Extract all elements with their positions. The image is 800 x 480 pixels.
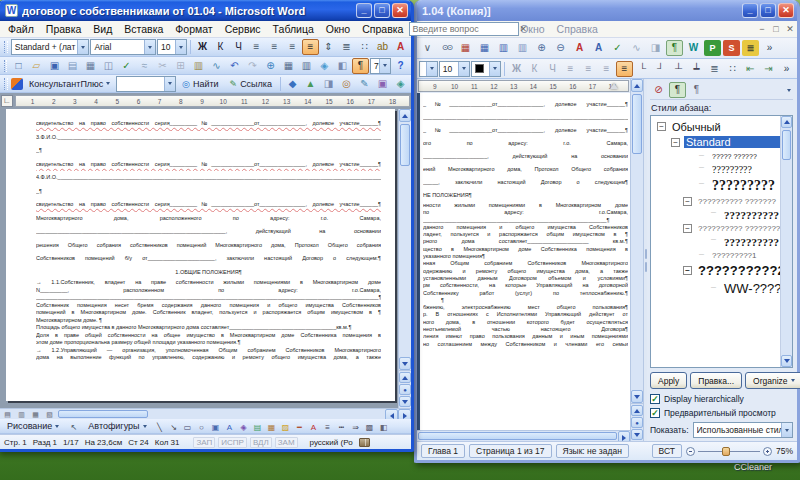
style-tree-item[interactable]: ─ ?????????1 [697, 249, 780, 261]
mdi-minimize-icon[interactable]: − [755, 24, 769, 34]
link-button[interactable]: ✎ Ссылка [225, 76, 277, 92]
scroll-up-icon[interactable] [399, 109, 411, 122]
numbering-button[interactable]: ≣ [338, 39, 355, 55]
status-chapter[interactable]: Глава 1 [421, 444, 465, 458]
status-flag[interactable]: ВДЛ [250, 437, 272, 448]
select-browse-object-icon[interactable]: ● [399, 384, 411, 395]
align-center-button[interactable]: ≡ [266, 39, 283, 55]
document-page[interactable]: свидетельство на право собственности сер… [6, 109, 395, 401]
scrollbar-thumb[interactable] [632, 94, 642, 154]
tree-expand-icon[interactable]: − [657, 122, 666, 131]
new-document-icon[interactable]: □ [10, 58, 27, 74]
status-page[interactable]: Страница 1 из 17 [469, 444, 551, 458]
toolbar-extra-icon-2[interactable]: ▲ [302, 76, 319, 92]
more-tools-icon[interactable]: » [761, 40, 778, 56]
increase-indent-icon[interactable]: ⇥ [760, 61, 777, 77]
threed-icon[interactable]: ◧ [377, 420, 391, 433]
style-tree-item[interactable]: ─ ?????????? ????????1 [709, 234, 780, 249]
show-marks-icon[interactable]: ¶ [352, 58, 369, 74]
textbox-icon[interactable]: ▣ [209, 420, 223, 433]
horizontal-scrollbar[interactable]: ▤ ▥ ▦ ▧ [0, 408, 411, 419]
style-tree-item[interactable]: ─ ????????? [697, 176, 780, 195]
toolbar-extra-icon-3[interactable]: ◨ [320, 76, 337, 92]
toolbar-grip[interactable] [4, 60, 7, 72]
insert-columns-icon[interactable]: ▥ [298, 58, 315, 74]
oval-icon[interactable]: ○ [195, 420, 209, 433]
align-right-button[interactable]: ≡ [598, 61, 615, 77]
style-tree-item[interactable]: ─ WW-????????? [709, 279, 780, 297]
cut-icon[interactable]: ✂ [154, 58, 171, 74]
select-browse-object-icon[interactable]: ● [631, 417, 643, 428]
dropdown-caret-icon[interactable] [175, 40, 186, 54]
zoom-out-icon[interactable]: ⊖ [552, 40, 569, 56]
tree-scrollbar[interactable] [780, 116, 792, 367]
direct-cursor-icon[interactable]: ◨ [647, 40, 664, 56]
horizontal-ruler[interactable]: 9101112131415161718 [418, 80, 629, 92]
tree-expand-icon[interactable]: − [683, 197, 692, 206]
browse-next-icon[interactable] [399, 396, 411, 407]
toolbar-extra-icon-6[interactable]: ▣ [374, 76, 391, 92]
dropdown-caret-icon[interactable] [458, 62, 469, 76]
consultant-menu-button[interactable]: КонсультантПлюс [24, 76, 115, 92]
font-combo[interactable] [419, 61, 438, 77]
font-combo[interactable]: Arial [90, 39, 156, 55]
line-color-icon[interactable]: ━ [293, 420, 307, 433]
character-dialog-icon[interactable]: A [590, 40, 607, 56]
margin-marker-icon[interactable] [610, 83, 618, 89]
browse-next-icon[interactable] [631, 429, 643, 440]
autospell-icon[interactable]: ∿ [628, 40, 645, 56]
align-left-button[interactable]: ≡ [248, 39, 265, 55]
tree-expand-icon[interactable]: − [683, 266, 692, 275]
dropdown-caret-icon[interactable] [489, 62, 500, 76]
format-painter-icon[interactable]: ∿ [208, 58, 225, 74]
toolbar-extra-icon-4[interactable]: ◎ [338, 76, 355, 92]
menu-item[interactable]: Формат [169, 22, 218, 36]
s-tool-icon[interactable]: S [723, 40, 740, 56]
italic-button[interactable]: К [212, 39, 229, 55]
toolbar-extra-icon-7[interactable]: ◈ [392, 76, 409, 92]
tab-selector[interactable]: ∟ [1, 95, 13, 107]
dropdown-caret-icon[interactable] [379, 59, 390, 73]
menu-item[interactable]: Справка [356, 22, 409, 36]
vertical-scrollbar[interactable]: ● [398, 109, 411, 408]
l-tool-icon[interactable]: ≣ [742, 40, 759, 56]
hyperlink-icon[interactable]: ⊕ [262, 58, 279, 74]
style-tree-item[interactable]: ─ ?????????? ??????? [709, 207, 780, 222]
more-tools-icon[interactable]: » [778, 61, 795, 77]
styles-a-icon[interactable]: A [571, 40, 588, 56]
toolbar-extra-icon-5[interactable]: ✎ [356, 76, 373, 92]
toolbar-grip[interactable] [4, 78, 8, 90]
toolbar-extra-icon-1[interactable]: ◆ [284, 76, 301, 92]
status-flag[interactable]: ЗАП [193, 437, 215, 448]
document-page[interactable]: _№______________от_______________, долев… [417, 93, 630, 430]
browse-previous-icon[interactable] [631, 405, 643, 416]
style-tree-item[interactable]: − ??????????2 [683, 261, 780, 279]
status-zoom-value[interactable]: 75% [776, 446, 793, 456]
underline-button[interactable]: Ч [544, 61, 561, 77]
wordart-icon[interactable]: A [223, 420, 237, 433]
scroll-up-icon[interactable] [631, 79, 643, 92]
edit-style-button[interactable]: Правка... [690, 372, 742, 389]
font-color-a-icon[interactable]: А [307, 420, 321, 433]
close-button[interactable]: ✕ [392, 3, 408, 18]
style-tree-item[interactable]: − ?????????? ??????? [683, 195, 780, 207]
drawing-menu-button[interactable]: Рисование [2, 420, 64, 433]
arrow-icon[interactable]: ↘ [167, 420, 181, 433]
tab-decimal-icon[interactable]: ┷ [688, 61, 705, 77]
style-combo[interactable]: Standard + (лат [11, 39, 90, 55]
title-bar[interactable]: 1.04 (Копия)] _□✕ [417, 0, 797, 21]
mdi-close-icon[interactable]: ✕ [783, 24, 797, 34]
horizontal-scrollbar[interactable] [417, 430, 630, 441]
zoom-in-icon[interactable]: ⊕ [533, 40, 550, 56]
justify-button[interactable]: ≡ [616, 61, 633, 77]
italic-button[interactable]: К [526, 61, 543, 77]
dropdown-caret-icon[interactable] [144, 40, 155, 54]
title-bar[interactable]: W договор с собственниками от 01.04 - Mi… [0, 0, 411, 21]
save-icon[interactable]: ▣ [46, 58, 63, 74]
bullets-button[interactable]: ∷ [356, 39, 373, 55]
scrollbar-thumb[interactable] [58, 410, 148, 418]
bullets-icon[interactable]: ∷ [724, 61, 741, 77]
table-blue-icon[interactable]: ▦ [476, 40, 493, 56]
style-tree-item[interactable]: − Обычный [657, 119, 780, 134]
tree-expand-icon[interactable]: ─ [697, 181, 706, 190]
